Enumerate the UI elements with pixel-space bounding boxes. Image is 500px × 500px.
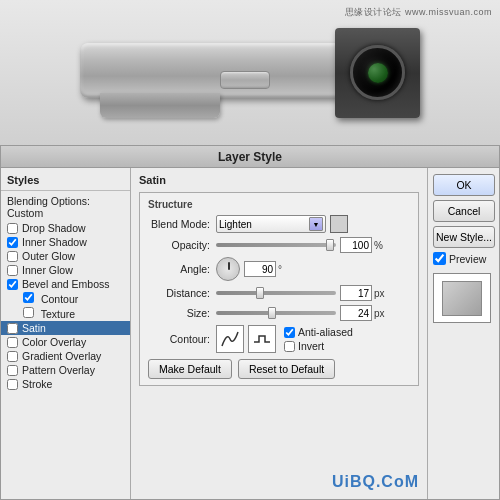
dialog-titlebar: Layer Style xyxy=(1,146,499,168)
camera-emboss xyxy=(220,71,270,89)
action-buttons: Make Default Reset to Default xyxy=(148,359,410,379)
contour-icon1[interactable] xyxy=(216,325,244,353)
style-item-contour[interactable]: Contour xyxy=(1,291,130,306)
blend-mode-row: Blend Mode: Lighten ▼ xyxy=(148,215,410,233)
opacity-slider-container: % xyxy=(216,237,410,253)
angle-input[interactable] xyxy=(244,261,276,277)
opacity-input[interactable] xyxy=(340,237,372,253)
style-item-stroke[interactable]: Stroke xyxy=(1,377,130,391)
camera-lens xyxy=(350,45,405,100)
preview-box xyxy=(433,273,491,323)
pattern-overlay-label: Pattern Overlay xyxy=(22,364,95,376)
preview-checkbox[interactable] xyxy=(433,252,446,265)
style-item-pattern-overlay[interactable]: Pattern Overlay xyxy=(1,363,130,377)
preview-text: Preview xyxy=(449,253,486,265)
outer-glow-label: Outer Glow xyxy=(22,250,75,262)
size-slider-thumb[interactable] xyxy=(268,307,276,319)
contour-indent: Contour xyxy=(23,292,78,305)
distance-row: Distance: px xyxy=(148,285,410,301)
camera-lens-area xyxy=(335,28,420,118)
anti-alias-text: Anti-aliased xyxy=(298,326,353,338)
style-item-texture[interactable]: Texture xyxy=(1,306,130,321)
outer-glow-checkbox[interactable] xyxy=(7,251,18,262)
size-label: Size: xyxy=(148,307,216,319)
right-panel: OK Cancel New Style... Preview xyxy=(427,168,499,499)
style-item-inner-glow[interactable]: Inner Glow xyxy=(1,263,130,277)
texture-checkbox[interactable] xyxy=(23,307,34,318)
distance-slider-track[interactable] xyxy=(216,291,336,295)
color-overlay-checkbox[interactable] xyxy=(7,337,18,348)
size-input[interactable] xyxy=(340,305,372,321)
bevel-emboss-checkbox[interactable] xyxy=(7,279,18,290)
style-item-bevel-emboss[interactable]: Bevel and Emboss xyxy=(1,277,130,291)
stroke-label: Stroke xyxy=(22,378,52,390)
contour-field-label: Contour: xyxy=(148,333,216,345)
style-item-gradient-overlay[interactable]: Gradient Overlay xyxy=(1,349,130,363)
gradient-overlay-checkbox[interactable] xyxy=(7,351,18,362)
bottom-logo: UiBQ.CoM xyxy=(332,473,419,491)
angle-label: Angle: xyxy=(148,263,216,275)
anti-alias-label[interactable]: Anti-aliased xyxy=(284,326,353,338)
style-item-outer-glow[interactable]: Outer Glow xyxy=(1,249,130,263)
preview-check: Preview xyxy=(433,252,494,265)
style-item-satin[interactable]: Satin xyxy=(1,321,130,335)
opacity-slider-thumb[interactable] xyxy=(326,239,334,251)
stroke-checkbox[interactable] xyxy=(7,379,18,390)
distance-slider-thumb[interactable] xyxy=(256,287,264,299)
drop-shadow-label: Drop Shadow xyxy=(22,222,86,234)
blend-mode-select[interactable]: Lighten ▼ xyxy=(216,215,326,233)
main-panel: Satin Structure Blend Mode: Lighten ▼ Op… xyxy=(131,168,427,499)
ok-button[interactable]: OK xyxy=(433,174,495,196)
style-item-color-overlay[interactable]: Color Overlay xyxy=(1,335,130,349)
reset-default-button[interactable]: Reset to Default xyxy=(238,359,335,379)
blending-options-item[interactable]: Blending Options: Custom xyxy=(1,193,130,221)
angle-unit: ° xyxy=(278,264,282,275)
distance-slider-container: px xyxy=(216,285,410,301)
inner-glow-checkbox[interactable] xyxy=(7,265,18,276)
drop-shadow-checkbox[interactable] xyxy=(7,223,18,234)
contour-label: Contour xyxy=(41,293,78,305)
style-item-inner-shadow[interactable]: Inner Shadow xyxy=(1,235,130,249)
dialog-title: Layer Style xyxy=(218,150,282,164)
watermark-text: 思缘设计论坛 www.missvuan.com xyxy=(345,6,492,19)
pattern-overlay-checkbox[interactable] xyxy=(7,365,18,376)
styles-heading: Styles xyxy=(1,172,130,191)
invert-label[interactable]: Invert xyxy=(284,340,353,352)
preview-inner xyxy=(442,281,482,316)
angle-row: Angle: ° xyxy=(148,257,410,281)
size-row: Size: px xyxy=(148,305,410,321)
texture-label: Texture xyxy=(41,308,75,320)
angle-dial[interactable] xyxy=(216,257,240,281)
style-item-drop-shadow[interactable]: Drop Shadow xyxy=(1,221,130,235)
invert-checkbox[interactable] xyxy=(284,341,295,352)
new-style-button[interactable]: New Style... xyxy=(433,226,495,248)
dialog-content: Styles Blending Options: Custom Drop Sha… xyxy=(1,168,499,499)
cancel-button[interactable]: Cancel xyxy=(433,200,495,222)
contour-checkbox[interactable] xyxy=(23,292,34,303)
distance-input[interactable] xyxy=(340,285,372,301)
blend-mode-value: Lighten xyxy=(219,219,252,230)
anti-alias-checkbox[interactable] xyxy=(284,327,295,338)
preview-area: 思缘设计论坛 www.missvuan.com xyxy=(0,0,500,145)
inner-shadow-checkbox[interactable] xyxy=(7,237,18,248)
invert-text: Invert xyxy=(298,340,324,352)
make-default-button[interactable]: Make Default xyxy=(148,359,232,379)
structure-box: Structure Blend Mode: Lighten ▼ Opacity: xyxy=(139,192,419,386)
camera-grip xyxy=(100,93,220,118)
opacity-row: Opacity: % xyxy=(148,237,410,253)
camera-body xyxy=(80,43,370,98)
satin-section-title: Satin xyxy=(139,174,419,186)
contour-row: Contour: Anti-aliased xyxy=(148,325,410,353)
satin-checkbox[interactable] xyxy=(7,323,18,334)
contour-options: Anti-aliased Invert xyxy=(284,326,353,352)
opacity-slider-track[interactable] xyxy=(216,243,336,247)
bevel-emboss-label: Bevel and Emboss xyxy=(22,278,110,290)
satin-label: Satin xyxy=(22,322,46,334)
blend-color-swatch[interactable] xyxy=(330,215,348,233)
opacity-unit: % xyxy=(374,240,383,251)
size-slider-track[interactable] xyxy=(216,311,336,315)
contour-icon2[interactable] xyxy=(248,325,276,353)
size-unit: px xyxy=(374,308,385,319)
inner-glow-label: Inner Glow xyxy=(22,264,73,276)
size-slider-container: px xyxy=(216,305,410,321)
